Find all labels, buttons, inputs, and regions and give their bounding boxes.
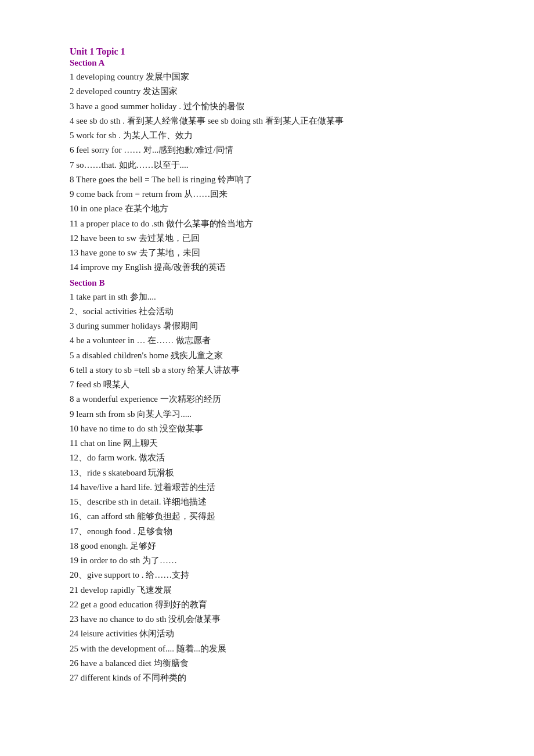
list-item: 14 have/live a hard life. 过着艰苦的生活: [70, 481, 499, 494]
list-item: 12、do farm work. 做农活: [70, 451, 499, 465]
list-item: 9 come back from = return from 从……回来: [70, 188, 499, 201]
list-item: 13 have gone to sw 去了某地，未回: [70, 246, 499, 260]
unit-title: Unit 1 Topic 1: [70, 46, 499, 57]
list-item: 18 good enongh. 足够好: [70, 539, 499, 553]
list-item: 14 improve my English 提高/改善我的英语: [70, 261, 499, 274]
list-item: 11 a proper place to do .sth 做什么某事的恰当地方: [70, 217, 499, 231]
section-a-entries: 1 developing country 发展中国家2 developed co…: [70, 70, 499, 275]
list-item: 24 leisure activities 休闲活动: [70, 627, 499, 640]
list-item: 6 tell a story to sb =tell sb a story 给某…: [70, 363, 499, 377]
list-item: 4 be a volunteer in … 在…… 做志愿者: [70, 334, 499, 347]
list-item: 22 get a good education 得到好的教育: [70, 598, 499, 611]
list-item: 9 learn sth from sb 向某人学习.....: [70, 408, 499, 421]
section-b-entries: 1 take part in sth 参加....2、social activi…: [70, 290, 499, 685]
list-item: 3 have a good summer holiday . 过个愉快的暑假: [70, 100, 499, 113]
list-item: 10 have no time to do sth 没空做某事: [70, 422, 499, 435]
list-item: 10 in one place 在某个地方: [70, 202, 499, 215]
list-item: 5 a disabled children's home 残疾儿童之家: [70, 349, 499, 362]
list-item: 16、can afford sth 能够负担起，买得起: [70, 510, 499, 523]
unit-container: Unit 1 Topic 1 Section A 1 developing co…: [70, 46, 499, 685]
list-item: 3 during summer holidays 暑假期间: [70, 319, 499, 333]
list-item: 17、enough food . 足够食物: [70, 525, 499, 538]
list-item: 8 a wonderful experience 一次精彩的经历: [70, 393, 499, 406]
section-b-title: Section B: [70, 278, 499, 288]
list-item: 7 so……that. 如此……以至于....: [70, 159, 499, 172]
list-item: 21 develop rapidly 飞速发展: [70, 584, 499, 597]
list-item: 25 with the development of.... 随着...的发展: [70, 642, 499, 656]
list-item: 2 developed country 发达国家: [70, 85, 499, 98]
section-a-title: Section A: [70, 58, 499, 68]
list-item: 1 take part in sth 参加....: [70, 290, 499, 304]
list-item: 2、social activities 社会活动: [70, 305, 499, 318]
list-item: 8 There goes the bell = The bell is ring…: [70, 173, 499, 186]
list-item: 20、give support to . 给……支持: [70, 568, 499, 582]
list-item: 23 have no chance to do sth 没机会做某事: [70, 613, 499, 626]
list-item: 12 have been to sw 去过某地，已回: [70, 232, 499, 245]
list-item: 4 see sb do sth . 看到某人经常做某事 see sb doing…: [70, 114, 499, 128]
list-item: 6 feel sorry for …… 对...感到抱歉/难过/同情: [70, 143, 499, 157]
list-item: 7 feed sb 喂某人: [70, 378, 499, 391]
list-item: 26 have a balanced diet 均衡膳食: [70, 657, 499, 670]
list-item: 15、describe sth in detail. 详细地描述: [70, 495, 499, 509]
list-item: 5 work for sb . 为某人工作、效力: [70, 129, 499, 142]
list-item: 1 developing country 发展中国家: [70, 70, 499, 84]
list-item: 19 in order to do sth 为了……: [70, 554, 499, 567]
list-item: 11 chat on line 网上聊天: [70, 437, 499, 450]
list-item: 13、ride s skateboard 玩滑板: [70, 466, 499, 480]
list-item: 27 different kinds of 不同种类的: [70, 671, 499, 685]
